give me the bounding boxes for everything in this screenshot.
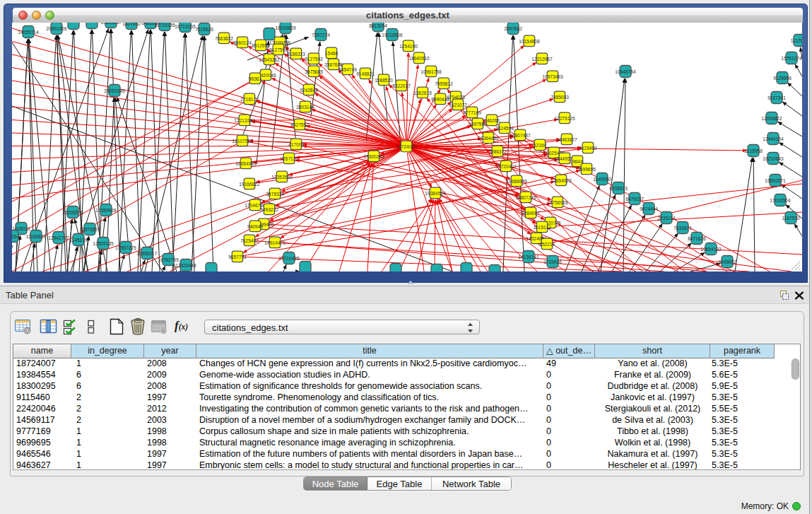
svg-text:13654923: 13654923 — [551, 178, 572, 183]
svg-text:18640910: 18640910 — [408, 56, 430, 61]
svg-text:18463627: 18463627 — [556, 137, 577, 142]
svg-text:9699695: 9699695 — [577, 167, 596, 172]
svg-text:7485003: 7485003 — [551, 95, 569, 100]
svg-text:1588520: 1588520 — [375, 78, 393, 83]
svg-text:19384554: 19384554 — [425, 191, 446, 196]
svg-text:10973493: 10973493 — [542, 74, 563, 79]
svg-text:1145130: 1145130 — [69, 238, 88, 243]
svg-text:1640950: 1640950 — [593, 177, 611, 182]
svg-text:5493222: 5493222 — [260, 207, 278, 212]
svg-text:12505135: 12505135 — [93, 241, 114, 246]
svg-text:8938923: 8938923 — [609, 186, 628, 191]
svg-text:19166822: 19166822 — [239, 182, 260, 187]
svg-text:16543362: 16543362 — [259, 57, 280, 62]
svg-text:62160: 62160 — [534, 143, 547, 148]
svg-text:16782759: 16782759 — [158, 257, 179, 262]
svg-text:12353594: 12353594 — [271, 175, 293, 180]
svg-text:2718170: 2718170 — [240, 97, 259, 102]
svg-text:12942737: 12942737 — [48, 235, 69, 240]
svg-text:12093822: 12093822 — [761, 116, 782, 121]
svg-text:7625402: 7625402 — [240, 238, 259, 243]
svg-text:9844: 9844 — [572, 159, 583, 164]
svg-text:10961758: 10961758 — [420, 69, 442, 74]
svg-text:20691406: 20691406 — [46, 26, 67, 31]
svg-text:26206576: 26206576 — [62, 210, 83, 215]
svg-text:8660124: 8660124 — [233, 40, 252, 45]
svg-text:9127509: 9127509 — [269, 47, 288, 52]
svg-text:16210643: 16210643 — [763, 156, 784, 161]
svg-text:15716485: 15716485 — [278, 256, 300, 261]
svg-text:252214: 252214 — [539, 242, 555, 247]
svg-text:6794028: 6794028 — [447, 95, 465, 100]
svg-text:9657791: 9657791 — [228, 255, 247, 259]
svg-text:17957225: 17957225 — [115, 245, 136, 250]
svg-text:417008: 417008 — [288, 142, 304, 147]
svg-text:14914479: 14914479 — [264, 240, 286, 245]
svg-text:1733426: 1733426 — [543, 259, 562, 264]
svg-text:7515526: 7515526 — [195, 27, 213, 32]
svg-text:15468: 15468 — [325, 51, 339, 56]
svg-text:14055714: 14055714 — [18, 30, 39, 35]
svg-text:19300203: 19300203 — [363, 154, 384, 159]
svg-text:17359928: 17359928 — [95, 208, 117, 213]
svg-text:8427552: 8427552 — [290, 122, 309, 127]
svg-text:2935114: 2935114 — [657, 216, 676, 221]
svg-text:10719195: 10719195 — [154, 23, 175, 28]
svg-text:9084067: 9084067 — [522, 211, 540, 216]
svg-text:19218506: 19218506 — [382, 33, 403, 37]
svg-text:1254190: 1254190 — [399, 44, 418, 49]
svg-text:8912955: 8912955 — [252, 43, 270, 48]
svg-text:9115460: 9115460 — [579, 146, 597, 151]
svg-text:940949: 940949 — [247, 224, 263, 229]
svg-text:10653267: 10653267 — [100, 23, 122, 25]
svg-text:16107553: 16107553 — [232, 139, 253, 144]
svg-text:9245652: 9245652 — [718, 259, 736, 264]
svg-text:12923448: 12923448 — [175, 263, 196, 268]
svg-text:9146821: 9146821 — [356, 71, 375, 76]
svg-text:7632621: 7632621 — [673, 226, 692, 230]
svg-text:18807249: 18807249 — [515, 195, 536, 200]
svg-text:8454749: 8454749 — [339, 67, 357, 72]
svg-text:7663822: 7663822 — [215, 36, 233, 41]
svg-text:3624554: 3624554 — [495, 126, 514, 131]
svg-text:19756928: 19756928 — [547, 200, 568, 205]
svg-text:6479197: 6479197 — [625, 197, 644, 201]
svg-text:12275125: 12275125 — [554, 116, 575, 121]
svg-text:16654983: 16654983 — [235, 161, 257, 166]
svg-text:7955812: 7955812 — [435, 81, 453, 86]
svg-text:39154: 39154 — [12, 234, 19, 239]
svg-text:3875685: 3875685 — [305, 69, 323, 74]
svg-text:3267110: 3267110 — [280, 156, 298, 161]
svg-text:10654122: 10654122 — [700, 247, 722, 252]
svg-text:1615112: 1615112 — [533, 225, 551, 230]
svg-text:21364436: 21364436 — [478, 136, 499, 141]
svg-text:8813054: 8813054 — [369, 23, 387, 28]
svg-text:1112934: 1112934 — [791, 38, 802, 43]
svg-text:15720407: 15720407 — [495, 164, 517, 169]
svg-text:17016504: 17016504 — [770, 198, 791, 203]
svg-text:10648784: 10648784 — [615, 69, 636, 74]
svg-text:15692971: 15692971 — [765, 178, 786, 183]
svg-text:3878334: 3878334 — [266, 192, 284, 197]
svg-text:2087662: 2087662 — [504, 26, 522, 31]
svg-text:7357274: 7357274 — [312, 33, 330, 37]
svg-text:10958117: 10958117 — [137, 251, 158, 256]
svg-text:9127502: 9127502 — [305, 57, 323, 62]
svg-text:14136141: 14136141 — [518, 255, 539, 259]
svg-text:7986372: 7986372 — [488, 149, 507, 154]
svg-text:9242848: 9242848 — [300, 88, 318, 93]
svg-text:9474444: 9474444 — [640, 206, 658, 211]
svg-text:10154808: 10154808 — [519, 39, 540, 44]
svg-text:10688609: 10688609 — [506, 179, 527, 184]
svg-text:98361: 98361 — [249, 76, 262, 81]
svg-text:3215958: 3215958 — [744, 148, 763, 153]
svg-text:746266: 746266 — [484, 118, 500, 123]
svg-text:29053346: 29053346 — [104, 88, 125, 93]
svg-text:12213967: 12213967 — [531, 57, 553, 62]
svg-text:9777169: 9777169 — [463, 110, 481, 115]
svg-text:9129996: 9129996 — [773, 76, 792, 81]
svg-text:8322037: 8322037 — [392, 83, 411, 88]
svg-text:18724007: 18724007 — [396, 144, 417, 149]
svg-text:1362615: 1362615 — [413, 90, 432, 95]
svg-text:8186323: 8186323 — [287, 52, 305, 57]
